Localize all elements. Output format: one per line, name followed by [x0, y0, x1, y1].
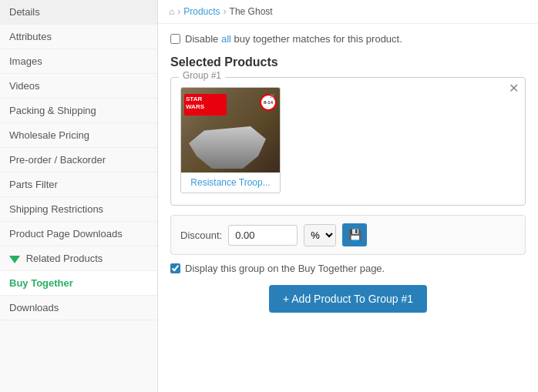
arrow-down-icon [9, 253, 23, 264]
sidebar-item-related-products[interactable]: Related Products [0, 246, 157, 271]
display-row: Display this group on the Buy Together p… [170, 263, 526, 274]
discount-input[interactable] [228, 225, 298, 246]
display-group-checkbox[interactable] [170, 263, 180, 273]
add-product-button[interactable]: + Add Product To Group #1 [269, 285, 427, 313]
lego-ship-graphic [189, 126, 266, 169]
group-close-button[interactable]: ✕ [509, 82, 519, 95]
disable-label: Disable all buy together matches for thi… [185, 33, 402, 45]
display-label: Display this group on the Buy Together p… [185, 263, 385, 274]
page-body: Disable all buy together matches for thi… [158, 24, 538, 322]
sidebar-item-details[interactable]: Details [0, 0, 157, 25]
sidebar-item-label: Wholesale Pricing [9, 129, 89, 141]
group-container: Group #1 ✕ × 8-14 Resistance Troop... [170, 77, 526, 206]
breadcrumb: ⌂ › Products › The Ghost [158, 0, 538, 24]
product-name[interactable]: Resistance Troop... [181, 173, 280, 193]
disable-all-link[interactable]: all [221, 33, 231, 45]
discount-unit-select[interactable]: % $ [304, 225, 335, 246]
discount-label: Discount: [180, 230, 222, 241]
breadcrumb-sep-1: › [177, 6, 180, 17]
main-content-area: ⌂ › Products › The Ghost Disable all buy… [158, 0, 538, 392]
sidebar-item-label: Images [9, 55, 42, 67]
sidebar-item-images[interactable]: Images [0, 49, 157, 74]
sidebar-item-label: Shipping Restrictions [9, 203, 103, 215]
home-icon[interactable]: ⌂ [169, 6, 174, 17]
sidebar-item-label: Details [9, 6, 40, 18]
sidebar: Details Attributes Images Videos Packing… [0, 0, 158, 392]
breadcrumb-products-link[interactable]: Products [183, 6, 220, 17]
selected-products-title: Selected Products [170, 55, 526, 69]
sidebar-item-shipping-restrictions[interactable]: Shipping Restrictions [0, 197, 157, 222]
sidebar-item-label: Packing & Shipping [9, 105, 96, 116]
breadcrumb-sep-2: › [224, 6, 227, 17]
product-card: × 8-14 Resistance Troop... [180, 87, 281, 193]
sidebar-item-label: Product Page Downloads [9, 228, 123, 240]
discount-unit-select-wrap: % $ [304, 224, 336, 246]
sidebar-item-label: Attributes [9, 31, 52, 42]
sidebar-item-preorder[interactable]: Pre-order / Backorder [0, 148, 157, 173]
sidebar-item-attributes[interactable]: Attributes [0, 25, 157, 49]
discount-row: Discount: % $ 💾 [170, 215, 526, 255]
sidebar-item-label: Downloads [9, 302, 59, 313]
disable-checkbox[interactable] [170, 34, 180, 44]
sidebar-item-parts-filter[interactable]: Parts Filter [0, 173, 157, 197]
sidebar-item-label: Pre-order / Backorder [9, 154, 106, 166]
sidebar-item-product-page-downloads[interactable]: Product Page Downloads [0, 222, 157, 246]
sidebar-item-label: Related Products [26, 253, 103, 264]
sidebar-item-wholesale-pricing[interactable]: Wholesale Pricing [0, 123, 157, 148]
sidebar-item-label: Videos [9, 80, 40, 92]
product-image: 8-14 [181, 88, 280, 173]
sidebar-item-downloads[interactable]: Downloads [0, 296, 157, 320]
sidebar-item-label: Buy Together [9, 277, 73, 289]
save-icon: 💾 [348, 229, 361, 241]
lego-product-image: 8-14 [181, 88, 280, 173]
save-discount-button[interactable]: 💾 [342, 223, 367, 246]
disable-row: Disable all buy together matches for thi… [170, 33, 526, 45]
sidebar-item-label: Parts Filter [9, 179, 58, 190]
sidebar-item-buy-together[interactable]: Buy Together [0, 271, 157, 296]
group-label: Group #1 [179, 70, 225, 81]
product-card-close-button[interactable]: × [269, 91, 275, 101]
sidebar-item-videos[interactable]: Videos [0, 74, 157, 99]
sidebar-item-packing-shipping[interactable]: Packing & Shipping [0, 99, 157, 123]
breadcrumb-current: The Ghost [230, 6, 273, 17]
